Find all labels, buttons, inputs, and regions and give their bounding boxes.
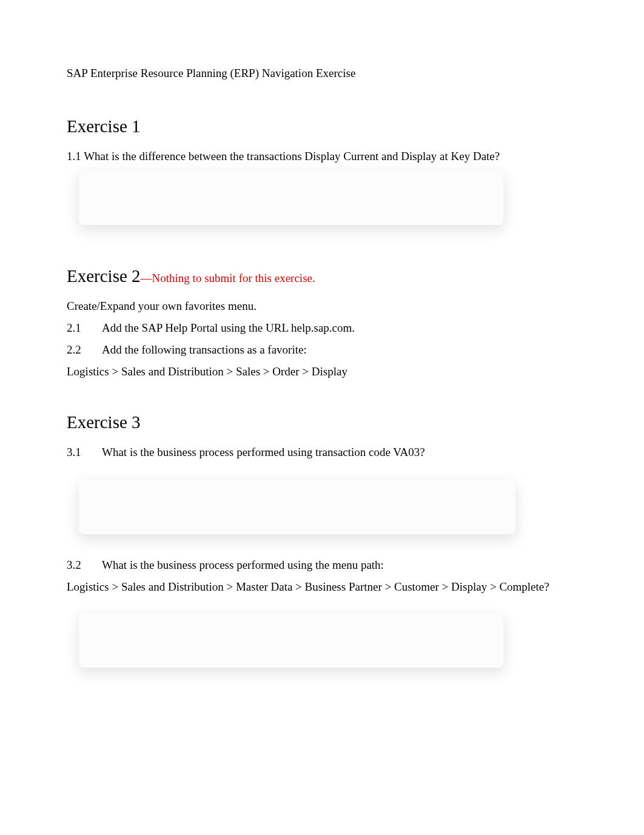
- document-title: SAP Enterprise Resource Planning (ERP) N…: [67, 67, 577, 80]
- exercise-2-note: —Nothing to submit for this exercise.: [141, 272, 315, 284]
- answer-box[interactable]: [79, 170, 503, 225]
- question-3-2: 3.2What is the business process performe…: [67, 558, 577, 572]
- question-1-1: 1.1 What is the difference between the t…: [67, 150, 577, 163]
- exercise-1-heading: Exercise 1: [67, 116, 577, 136]
- answer-box[interactable]: [79, 613, 503, 668]
- answer-box[interactable]: [79, 480, 515, 534]
- exercise-1: Exercise 1 1.1 What is the difference be…: [67, 116, 577, 225]
- question-number: 2.1: [67, 321, 102, 335]
- question-number: 1.1: [67, 150, 81, 163]
- exercise-3-heading: Exercise 3: [67, 412, 577, 432]
- question-text: Add the SAP Help Portal using the URL he…: [102, 321, 355, 334]
- exercise-2: Exercise 2—Nothing to submit for this ex…: [67, 266, 577, 378]
- question-text: What is the difference between the trans…: [84, 150, 500, 163]
- question-number: 3.1: [67, 446, 102, 459]
- question-2-1: 2.1Add the SAP Help Portal using the URL…: [67, 321, 577, 335]
- exercise-3: Exercise 3 3.1What is the business proce…: [67, 412, 577, 668]
- menu-path: Logistics > Sales and Distribution > Mas…: [67, 580, 577, 594]
- question-text: What is the business process performed u…: [102, 558, 384, 571]
- menu-path: Logistics > Sales and Distribution > Sal…: [67, 365, 577, 378]
- question-text: What is the business process performed u…: [102, 446, 425, 458]
- question-number: 3.2: [67, 558, 102, 572]
- question-2-2: 2.2Add the following transactions as a f…: [67, 343, 577, 357]
- question-text: Add the following transactions as a favo…: [102, 343, 307, 356]
- exercise-2-heading: Exercise 2—Nothing to submit for this ex…: [67, 266, 577, 286]
- heading-text: Exercise 2: [67, 266, 141, 286]
- question-number: 2.2: [67, 343, 102, 357]
- exercise-2-intro: Create/Expand your own favorites menu.: [67, 300, 577, 313]
- question-3-1: 3.1What is the business process performe…: [67, 446, 577, 459]
